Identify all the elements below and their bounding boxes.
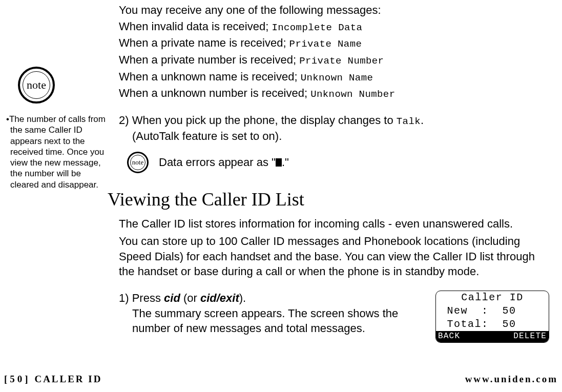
intro-4a: When a private number is received; <box>119 53 299 66</box>
s1b: cid <box>164 292 180 304</box>
step-2: 2) When you pick up the phone, the displ… <box>119 113 549 129</box>
intro-6a: When a unknown number is received; <box>119 87 310 99</box>
note-badge-large: note <box>18 67 55 104</box>
intro-line-4: When a private number is received; Priva… <box>119 52 549 68</box>
page-footer: [50] CALLER ID www.uniden.com <box>0 374 562 385</box>
s1d: cid/exit <box>200 292 239 304</box>
s1e: ). <box>239 292 246 304</box>
margin-note-text: •The number of calls from the same Calle… <box>9 114 108 190</box>
paragraph-2: You can store up to 100 Caller ID messag… <box>119 234 549 279</box>
s1a: 1) Press <box>119 292 164 304</box>
step-2-line2: (AutoTalk feature is set to on). <box>119 129 549 144</box>
intro-block: You may receive any one of the following… <box>119 3 549 101</box>
lcd-line-1: Caller ID <box>436 291 549 304</box>
lcd-line-3: Total: 50 <box>436 318 549 331</box>
footer-section: CALLER ID <box>31 374 102 384</box>
lcd-display: Caller ID New : 50 Total: 50 BACK DELETE <box>435 291 549 343</box>
note-badge-label: note <box>27 78 46 92</box>
s1c: (or <box>180 292 200 304</box>
step2-dot: . <box>421 114 424 127</box>
intro-line-6: When a unknown number is received; Unkno… <box>119 86 549 101</box>
intro-4b: Private Number <box>299 55 384 67</box>
note-icon-label: note <box>132 158 143 167</box>
step-1-block: 1) Press cid (or cid/exit). The summary … <box>119 291 549 343</box>
intro-3a: When a private name is received; <box>119 36 289 49</box>
lcd-softkey-bar: BACK DELETE <box>436 331 549 342</box>
intro-3b: Private Name <box>289 38 362 50</box>
step2-a: 2) When you pick up the phone, the displ… <box>119 114 397 127</box>
intro-line-3: When a private name is received; Private… <box>119 35 549 51</box>
intro-2a: When invalid data is received; <box>119 20 272 33</box>
softkey-delete: DELETE <box>512 331 548 342</box>
intro-5b: Unknown Name <box>301 72 373 84</box>
footer-left: [50] CALLER ID <box>4 374 102 385</box>
note-icon: note <box>127 152 149 173</box>
intro-line-5: When a unknown name is received; Unknown… <box>119 69 549 85</box>
intro-line-2: When invalid data is received; Incomplet… <box>119 19 549 35</box>
step1-line2: The summary screen appears. The screen s… <box>119 306 423 336</box>
lcd-line-2: New : 50 <box>436 304 549 318</box>
intro-6b: Unknown Number <box>310 89 395 100</box>
inline-note-b: ." <box>282 156 289 169</box>
footer-url: www.uniden.com <box>465 374 558 385</box>
inline-note-row: note Data errors appear as "." <box>119 152 549 173</box>
inline-note-text: Data errors appear as "." <box>159 155 289 170</box>
intro-5a: When a unknown name is received; <box>119 70 301 83</box>
intro-line-1: You may receive any one of the following… <box>119 3 549 18</box>
section-heading: Viewing the Caller ID List <box>108 189 549 210</box>
step1-line1: 1) Press cid (or cid/exit). <box>119 291 423 306</box>
intro-2b: Incomplete Data <box>272 22 362 33</box>
black-square-icon <box>276 158 282 167</box>
softkey-back: BACK <box>437 331 461 342</box>
note-badge-inner-ring: note <box>23 71 50 99</box>
paragraph-1: The Caller ID list stores information fo… <box>119 216 549 232</box>
inline-note-a: Data errors appear as " <box>159 156 276 169</box>
step2-talk: Talk <box>397 116 421 127</box>
footer-page-number: [50] <box>4 374 31 384</box>
